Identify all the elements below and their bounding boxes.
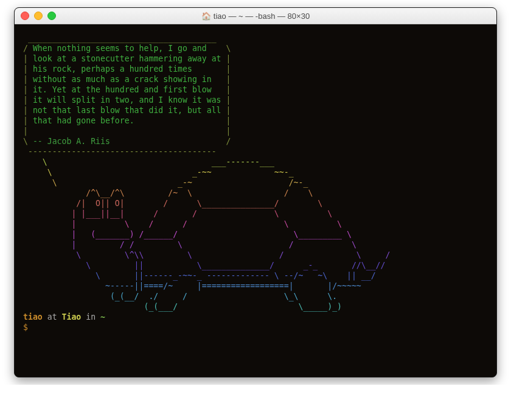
minimize-icon[interactable] bbox=[34, 12, 43, 20]
quote-lines: / When nothing seems to help, I go and \… bbox=[23, 43, 488, 146]
prompt-line-1: tiao at Tiao in ~ bbox=[23, 312, 488, 322]
terminal-window: 🏠tiao — ~ — -bash — 80×30 ______________… bbox=[14, 7, 497, 377]
home-icon: 🏠 bbox=[201, 12, 211, 21]
titlebar[interactable]: 🏠tiao — ~ — -bash — 80×30 bbox=[15, 8, 496, 24]
prompt-path: ~ bbox=[100, 312, 105, 322]
prompt-at: at bbox=[43, 312, 62, 322]
window-title: 🏠tiao — ~ — -bash — 80×30 bbox=[15, 12, 496, 21]
prompt-in: in bbox=[81, 312, 100, 322]
window-title-text: tiao — ~ — -bash — 80×30 bbox=[214, 12, 310, 21]
ascii-turtle: \ ___-------___ \ _-~~ ~~-_ \ _-~ /~-_ /… bbox=[23, 157, 488, 312]
close-icon[interactable] bbox=[21, 12, 29, 20]
prompt-line-2[interactable]: $ bbox=[23, 322, 488, 332]
prompt-host: Tiao bbox=[62, 312, 82, 322]
prompt-user: tiao bbox=[23, 312, 43, 322]
window-controls bbox=[15, 12, 56, 20]
zoom-icon[interactable] bbox=[47, 12, 56, 20]
terminal-body[interactable]: _______________________________________ … bbox=[15, 24, 496, 377]
quote-bottom-border: --------------------------------------- bbox=[23, 146, 488, 157]
quote-top-border: _______________________________________ bbox=[23, 33, 488, 43]
